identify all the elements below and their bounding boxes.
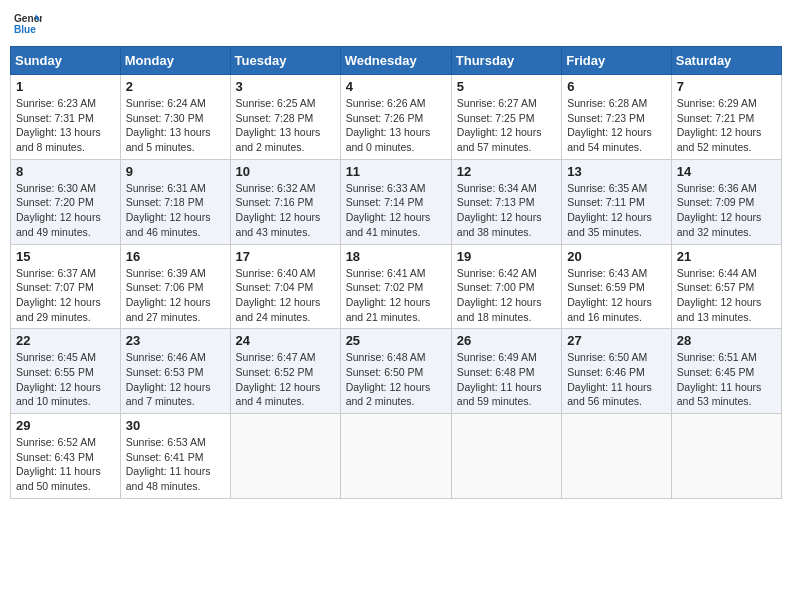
calendar-cell: 16 Sunrise: 6:39 AMSunset: 7:06 PMDaylig… [120,244,230,329]
logo: General Blue [14,10,42,38]
day-number: 2 [126,79,225,94]
day-number: 28 [677,333,776,348]
day-detail: Sunrise: 6:52 AMSunset: 6:43 PMDaylight:… [16,436,101,492]
day-detail: Sunrise: 6:48 AMSunset: 6:50 PMDaylight:… [346,351,431,407]
day-detail: Sunrise: 6:40 AMSunset: 7:04 PMDaylight:… [236,267,321,323]
calendar-cell: 7 Sunrise: 6:29 AMSunset: 7:21 PMDayligh… [671,75,781,160]
day-detail: Sunrise: 6:36 AMSunset: 7:09 PMDaylight:… [677,182,762,238]
day-number: 26 [457,333,556,348]
day-number: 1 [16,79,115,94]
calendar-cell [562,414,672,499]
calendar-cell: 24 Sunrise: 6:47 AMSunset: 6:52 PMDaylig… [230,329,340,414]
logo-icon: General Blue [14,10,42,38]
calendar-cell [671,414,781,499]
day-detail: Sunrise: 6:50 AMSunset: 6:46 PMDaylight:… [567,351,652,407]
day-number: 23 [126,333,225,348]
day-detail: Sunrise: 6:45 AMSunset: 6:55 PMDaylight:… [16,351,101,407]
day-detail: Sunrise: 6:47 AMSunset: 6:52 PMDaylight:… [236,351,321,407]
weekday-header-saturday: Saturday [671,47,781,75]
calendar-cell: 25 Sunrise: 6:48 AMSunset: 6:50 PMDaylig… [340,329,451,414]
day-number: 19 [457,249,556,264]
day-number: 18 [346,249,446,264]
day-number: 22 [16,333,115,348]
day-detail: Sunrise: 6:34 AMSunset: 7:13 PMDaylight:… [457,182,542,238]
calendar-cell: 11 Sunrise: 6:33 AMSunset: 7:14 PMDaylig… [340,159,451,244]
day-detail: Sunrise: 6:46 AMSunset: 6:53 PMDaylight:… [126,351,211,407]
day-detail: Sunrise: 6:39 AMSunset: 7:06 PMDaylight:… [126,267,211,323]
day-detail: Sunrise: 6:31 AMSunset: 7:18 PMDaylight:… [126,182,211,238]
weekday-header-tuesday: Tuesday [230,47,340,75]
day-number: 5 [457,79,556,94]
calendar-cell: 10 Sunrise: 6:32 AMSunset: 7:16 PMDaylig… [230,159,340,244]
calendar-cell: 20 Sunrise: 6:43 AMSunset: 6:59 PMDaylig… [562,244,672,329]
weekday-header-monday: Monday [120,47,230,75]
day-number: 17 [236,249,335,264]
day-number: 21 [677,249,776,264]
weekday-header-friday: Friday [562,47,672,75]
day-detail: Sunrise: 6:32 AMSunset: 7:16 PMDaylight:… [236,182,321,238]
day-number: 29 [16,418,115,433]
calendar-cell: 22 Sunrise: 6:45 AMSunset: 6:55 PMDaylig… [11,329,121,414]
calendar-cell: 8 Sunrise: 6:30 AMSunset: 7:20 PMDayligh… [11,159,121,244]
day-number: 27 [567,333,666,348]
day-number: 20 [567,249,666,264]
calendar-cell: 21 Sunrise: 6:44 AMSunset: 6:57 PMDaylig… [671,244,781,329]
calendar-cell: 18 Sunrise: 6:41 AMSunset: 7:02 PMDaylig… [340,244,451,329]
calendar-cell: 30 Sunrise: 6:53 AMSunset: 6:41 PMDaylig… [120,414,230,499]
day-number: 16 [126,249,225,264]
calendar-cell: 6 Sunrise: 6:28 AMSunset: 7:23 PMDayligh… [562,75,672,160]
day-detail: Sunrise: 6:43 AMSunset: 6:59 PMDaylight:… [567,267,652,323]
day-number: 7 [677,79,776,94]
day-detail: Sunrise: 6:27 AMSunset: 7:25 PMDaylight:… [457,97,542,153]
calendar-cell: 5 Sunrise: 6:27 AMSunset: 7:25 PMDayligh… [451,75,561,160]
day-number: 15 [16,249,115,264]
calendar-cell: 27 Sunrise: 6:50 AMSunset: 6:46 PMDaylig… [562,329,672,414]
calendar-cell: 4 Sunrise: 6:26 AMSunset: 7:26 PMDayligh… [340,75,451,160]
day-detail: Sunrise: 6:30 AMSunset: 7:20 PMDaylight:… [16,182,101,238]
calendar-cell: 3 Sunrise: 6:25 AMSunset: 7:28 PMDayligh… [230,75,340,160]
day-number: 6 [567,79,666,94]
calendar-cell: 2 Sunrise: 6:24 AMSunset: 7:30 PMDayligh… [120,75,230,160]
day-number: 24 [236,333,335,348]
day-detail: Sunrise: 6:24 AMSunset: 7:30 PMDaylight:… [126,97,211,153]
calendar-cell: 28 Sunrise: 6:51 AMSunset: 6:45 PMDaylig… [671,329,781,414]
day-number: 25 [346,333,446,348]
calendar-cell [230,414,340,499]
day-number: 14 [677,164,776,179]
day-detail: Sunrise: 6:53 AMSunset: 6:41 PMDaylight:… [126,436,211,492]
calendar-cell: 1 Sunrise: 6:23 AMSunset: 7:31 PMDayligh… [11,75,121,160]
calendar-cell: 14 Sunrise: 6:36 AMSunset: 7:09 PMDaylig… [671,159,781,244]
calendar-week-3: 15 Sunrise: 6:37 AMSunset: 7:07 PMDaylig… [11,244,782,329]
weekday-header-sunday: Sunday [11,47,121,75]
day-detail: Sunrise: 6:35 AMSunset: 7:11 PMDaylight:… [567,182,652,238]
calendar-cell: 26 Sunrise: 6:49 AMSunset: 6:48 PMDaylig… [451,329,561,414]
calendar-cell: 12 Sunrise: 6:34 AMSunset: 7:13 PMDaylig… [451,159,561,244]
day-number: 12 [457,164,556,179]
day-detail: Sunrise: 6:29 AMSunset: 7:21 PMDaylight:… [677,97,762,153]
day-number: 13 [567,164,666,179]
weekday-header-thursday: Thursday [451,47,561,75]
day-detail: Sunrise: 6:41 AMSunset: 7:02 PMDaylight:… [346,267,431,323]
calendar-cell [451,414,561,499]
weekday-header-wednesday: Wednesday [340,47,451,75]
calendar-week-2: 8 Sunrise: 6:30 AMSunset: 7:20 PMDayligh… [11,159,782,244]
day-number: 3 [236,79,335,94]
calendar-week-4: 22 Sunrise: 6:45 AMSunset: 6:55 PMDaylig… [11,329,782,414]
calendar-cell [340,414,451,499]
day-number: 11 [346,164,446,179]
day-detail: Sunrise: 6:26 AMSunset: 7:26 PMDaylight:… [346,97,431,153]
day-number: 10 [236,164,335,179]
calendar-cell: 9 Sunrise: 6:31 AMSunset: 7:18 PMDayligh… [120,159,230,244]
calendar-cell: 19 Sunrise: 6:42 AMSunset: 7:00 PMDaylig… [451,244,561,329]
page-header: General Blue [10,10,782,38]
day-detail: Sunrise: 6:25 AMSunset: 7:28 PMDaylight:… [236,97,321,153]
day-detail: Sunrise: 6:44 AMSunset: 6:57 PMDaylight:… [677,267,762,323]
day-number: 30 [126,418,225,433]
calendar-table: SundayMondayTuesdayWednesdayThursdayFrid… [10,46,782,499]
calendar-week-5: 29 Sunrise: 6:52 AMSunset: 6:43 PMDaylig… [11,414,782,499]
calendar-cell: 23 Sunrise: 6:46 AMSunset: 6:53 PMDaylig… [120,329,230,414]
svg-text:Blue: Blue [14,24,36,35]
day-detail: Sunrise: 6:49 AMSunset: 6:48 PMDaylight:… [457,351,542,407]
calendar-cell: 13 Sunrise: 6:35 AMSunset: 7:11 PMDaylig… [562,159,672,244]
day-detail: Sunrise: 6:51 AMSunset: 6:45 PMDaylight:… [677,351,762,407]
